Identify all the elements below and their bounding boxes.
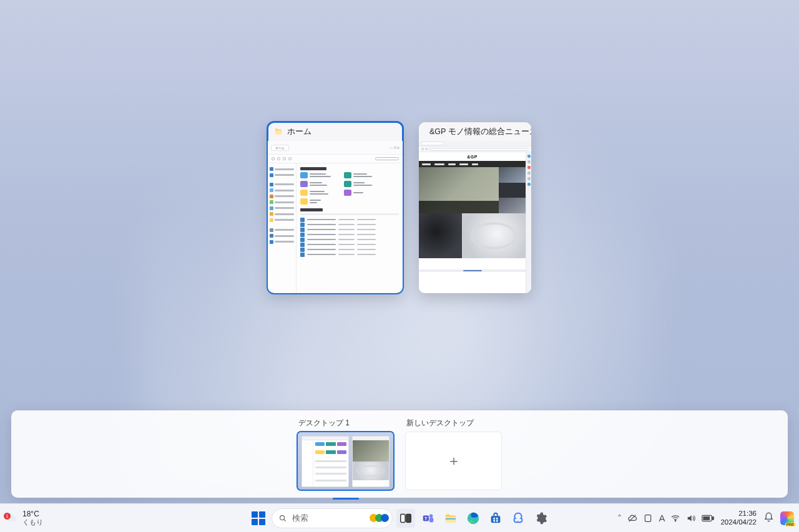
svg-rect-11 xyxy=(491,516,501,523)
taskbar-app-explorer[interactable] xyxy=(441,509,460,528)
notifications-button[interactable] xyxy=(763,512,774,525)
taskview-icon xyxy=(399,511,413,525)
taskbar-app-teams[interactable]: T xyxy=(419,509,438,528)
svg-rect-17 xyxy=(645,515,651,521)
virtual-desktop-new[interactable]: 新しいデスクトップ ＋ xyxy=(405,418,502,490)
store-icon xyxy=(489,511,502,525)
svg-point-6 xyxy=(429,514,433,518)
svg-rect-7 xyxy=(429,518,433,522)
search-icon xyxy=(278,514,287,523)
taskbar-search[interactable]: 検索 xyxy=(272,508,393,528)
copilot-preview-button[interactable] xyxy=(780,511,794,525)
taskbar-center: 検索 T xyxy=(249,508,550,528)
taskview-area: ホーム ホーム— ☐ ✕ xyxy=(0,122,799,293)
taskbar-app-store[interactable] xyxy=(486,509,505,528)
virtual-desktop-label: 新しいデスクトップ xyxy=(405,418,502,428)
wifi-icon[interactable] xyxy=(670,513,680,523)
taskview-button[interactable] xyxy=(396,509,415,528)
svg-rect-15 xyxy=(496,520,498,521)
plus-icon: ＋ xyxy=(447,452,461,470)
svg-rect-13 xyxy=(496,518,498,520)
window-thumb-titlebar: &GP モノ情報の総合ニュースサイ... xyxy=(419,122,531,141)
svg-rect-4 xyxy=(406,514,411,522)
taskbar-right: ˄ A 21:36 2024/04/22 xyxy=(617,510,794,526)
chevron-up-icon[interactable]: ˄ xyxy=(617,513,622,523)
svg-rect-14 xyxy=(493,520,495,521)
weather-temp: 18°C xyxy=(22,510,43,518)
virtual-desktop-current[interactable]: デスクトップ 1 xyxy=(297,418,394,490)
svg-rect-12 xyxy=(493,518,495,520)
taskbar: 1 18°C くもり 検索 T xyxy=(0,503,799,532)
virtual-desktop-label: デスクトップ 1 xyxy=(297,418,350,428)
explorer-preview: ホーム— ☐ ✕ xyxy=(268,141,403,293)
virtual-desktop-new-thumbnail: ＋ xyxy=(405,432,502,490)
svg-rect-20 xyxy=(712,516,713,520)
svg-rect-9 xyxy=(446,518,456,520)
svg-line-2 xyxy=(284,519,286,521)
security-icon[interactable] xyxy=(643,513,653,523)
virtual-desktop-strip: デスクトップ 1 xyxy=(11,410,788,498)
weather-widget-icon[interactable]: 1 xyxy=(5,511,19,525)
folder-icon xyxy=(274,127,283,136)
edge-preview: &GP xyxy=(419,141,531,293)
system-tray[interactable]: ˄ A xyxy=(617,513,714,523)
copilot-icon xyxy=(511,511,525,525)
weather-condition: くもり xyxy=(22,518,43,526)
taskbar-app-settings[interactable] xyxy=(531,509,550,528)
taskbar-app-copilot[interactable] xyxy=(509,509,527,528)
taskbar-left: 1 18°C くもり xyxy=(5,510,43,526)
onedrive-icon[interactable] xyxy=(627,513,637,523)
window-thumb-title: ホーム xyxy=(287,127,311,137)
bell-icon xyxy=(763,512,774,523)
window-thumb-titlebar: ホーム xyxy=(268,122,403,141)
window-thumb-title: &GP モノ情報の総合ニュースサイ... xyxy=(429,127,531,137)
notification-badge: 1 xyxy=(4,513,11,520)
folder-icon xyxy=(444,511,458,525)
volume-icon[interactable] xyxy=(686,513,696,523)
clock-time: 21:36 xyxy=(738,510,757,518)
weather-widget-text[interactable]: 18°C くもり xyxy=(22,510,43,526)
svg-point-1 xyxy=(280,515,285,520)
virtual-desktop-thumbnail xyxy=(297,432,394,490)
svg-point-18 xyxy=(675,520,677,521)
svg-text:T: T xyxy=(424,515,428,521)
clock-date: 2024/04/22 xyxy=(720,518,757,526)
gear-icon xyxy=(534,511,547,525)
ime-indicator[interactable]: A xyxy=(659,513,665,523)
taskview-window-edge[interactable]: &GP モノ情報の総合ニュースサイ... &GP xyxy=(419,122,531,293)
teams-icon: T xyxy=(421,511,435,525)
svg-rect-3 xyxy=(401,514,405,522)
taskbar-app-edge[interactable] xyxy=(464,509,483,528)
search-placeholder: 検索 xyxy=(292,513,308,524)
taskview-window-explorer[interactable]: ホーム ホーム— ☐ ✕ xyxy=(268,122,403,293)
taskbar-clock[interactable]: 21:36 2024/04/22 xyxy=(720,510,757,526)
start-button[interactable] xyxy=(249,509,268,528)
battery-icon[interactable] xyxy=(702,514,714,523)
edge-icon xyxy=(466,511,480,525)
svg-rect-21 xyxy=(703,516,710,520)
search-decoration-icon xyxy=(372,514,389,522)
